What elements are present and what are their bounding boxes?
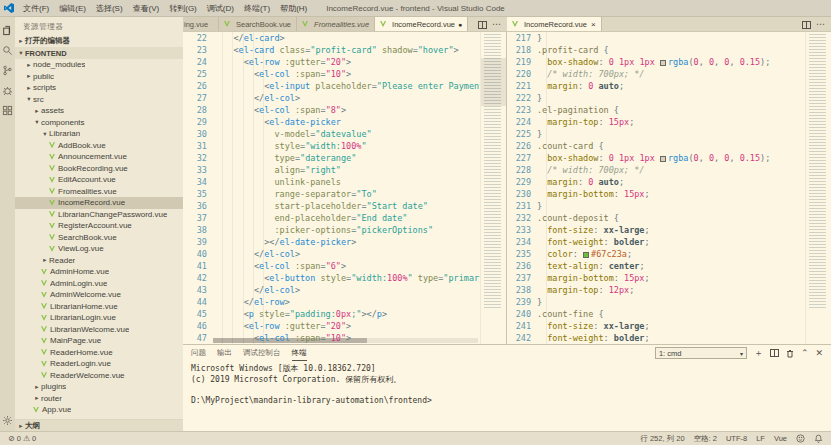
menu-帮助(H)[interactable]: 帮助(H): [275, 2, 312, 15]
split-editor-icon[interactable]: [802, 15, 811, 33]
menu-调试(D)[interactable]: 调试(D): [202, 2, 239, 15]
minimap-slider[interactable]: [481, 58, 506, 106]
tree-file-LibrarianWelcome.vue[interactable]: LibrarianWelcome.vue: [15, 324, 183, 336]
panel-tab-问题[interactable]: 问题: [191, 346, 206, 361]
tree-folder-node_modules[interactable]: ▸node_modules: [15, 59, 183, 71]
menu-转到(G)[interactable]: 转到(G): [164, 2, 202, 15]
tree-file-ViewLog.vue[interactable]: ViewLog.vue: [15, 243, 183, 255]
maximize-panel-icon[interactable]: ⌃: [801, 349, 809, 358]
tree-file-LibrarianLogin.vue[interactable]: LibrarianLogin.vue: [15, 312, 183, 324]
menu-文件(F)[interactable]: 文件(F): [18, 2, 54, 15]
tree-file-SearchBook.vue[interactable]: SearchBook.vue: [15, 232, 183, 244]
title-bar: 文件(F)编辑(E)选择(S)查看(V)转到(G)调试(D)终端(T)帮助(H)…: [0, 0, 831, 17]
tree-file-LibrarianHome.vue[interactable]: LibrarianHome.vue: [15, 301, 183, 313]
panel-tab-输出[interactable]: 输出: [217, 346, 232, 361]
vue-icon: [41, 303, 47, 309]
search-icon[interactable]: [2, 42, 13, 53]
chevron-right-icon: ▸: [25, 84, 33, 92]
tree-file-AdminLogin.vue[interactable]: AdminLogin.vue: [15, 278, 183, 290]
tree-file-AdminWelcome.vue[interactable]: AdminWelcome.vue: [15, 289, 183, 301]
vue-icon: [49, 154, 55, 160]
tree-file-IncomeRecord.vue[interactable]: IncomeRecord.vue: [15, 197, 183, 209]
encoding-status[interactable]: UTF-8: [726, 434, 747, 443]
explorer-sidebar: 资源管理器 ▸ 打开的编辑器 ▾ FRONTEND ▸node_modules▸…: [15, 17, 183, 431]
extensions-icon[interactable]: [2, 102, 13, 113]
code-right[interactable]: }.profit-card { box-shadow: 0 1px 1px rg…: [537, 32, 805, 344]
tree-folder-plugins[interactable]: ▸plugins: [15, 381, 183, 393]
tree-folder-Reader[interactable]: ▸Reader: [15, 255, 183, 267]
tree-file-RegisterAccount.vue[interactable]: RegisterAccount.vue: [15, 220, 183, 232]
tree-file-ReaderWelcome.vue[interactable]: ReaderWelcome.vue: [15, 370, 183, 382]
problems-status[interactable]: ⊘0 ⚠0: [8, 434, 36, 443]
split-editor-icon[interactable]: [478, 15, 487, 33]
section-outline[interactable]: ▸ 大纲: [15, 419, 183, 431]
panel-tab-终端[interactable]: 终端: [292, 346, 307, 361]
vue-icon: [49, 188, 55, 194]
status-bar: ⊘0 ⚠0 行 252, 列 20 空格: 2 UTF-8 LF Vue: [0, 431, 831, 445]
tree-file-AddBook.vue[interactable]: AddBook.vue: [15, 140, 183, 152]
editor-group-right[interactable]: 2172182192202212222232242252262272282292…: [507, 32, 831, 344]
debug-icon[interactable]: [2, 82, 13, 93]
minimap-right[interactable]: [805, 32, 831, 344]
menu-选择(S)[interactable]: 选择(S): [91, 2, 128, 15]
menu-查看(V)[interactable]: 查看(V): [128, 2, 165, 15]
cursor-position[interactable]: 行 252, 列 20: [640, 434, 684, 444]
editor-group-left[interactable]: 2223242526272829303132333435363738394041…: [183, 32, 507, 344]
explorer-icon[interactable]: [2, 22, 13, 33]
notifications-bell-icon[interactable]: [814, 434, 823, 443]
kill-terminal-icon[interactable]: [786, 349, 794, 358]
indentation-status[interactable]: 空格: 2: [694, 434, 717, 444]
section-open-editors[interactable]: ▸ 打开的编辑器: [15, 35, 183, 47]
tree-file-App.vue[interactable]: App.vue: [15, 404, 183, 416]
panel-tab-调试控制台[interactable]: 调试控制台: [243, 346, 281, 361]
terminal-selector[interactable]: 1: cmd ▾: [655, 347, 747, 359]
tree-folder-src[interactable]: ▾src: [15, 94, 183, 106]
new-terminal-icon[interactable]: ＋: [754, 349, 763, 358]
chevron-down-icon: ▾: [33, 118, 41, 126]
tree-file-ReaderHome.vue[interactable]: ReaderHome.vue: [15, 347, 183, 359]
chevron-right-icon: ▸: [17, 422, 25, 430]
tree-folder-router[interactable]: ▸router: [15, 393, 183, 405]
more-actions-icon[interactable]: ⋯: [816, 19, 826, 29]
menu-bar: 文件(F)编辑(E)选择(S)查看(V)转到(G)调试(D)终端(T)帮助(H): [18, 2, 312, 15]
gear-icon[interactable]: [2, 412, 13, 423]
minimap-left[interactable]: [480, 32, 506, 344]
source-control-icon[interactable]: [2, 62, 13, 73]
language-mode[interactable]: Vue: [774, 434, 787, 443]
tree-folder-scripts[interactable]: ▸scripts: [15, 82, 183, 94]
warning-icon: ⚠: [23, 434, 30, 443]
tree-file-EditAccount.vue[interactable]: EditAccount.vue: [15, 174, 183, 186]
vue-icon: [41, 338, 47, 344]
tree-folder-Librarian[interactable]: ▾Librarian: [15, 128, 183, 140]
chevron-down-icon: ▾: [41, 130, 49, 138]
close-icon[interactable]: ×: [590, 20, 596, 29]
tree-folder-components[interactable]: ▾components: [15, 117, 183, 129]
tab-ing.vue[interactable]: ing.vue: [183, 17, 219, 31]
tabs-right: IncomeRecord.vue×: [507, 17, 602, 31]
tree-file-MainPage.vue[interactable]: MainPage.vue: [15, 335, 183, 347]
tab-Fromealities.vue[interactable]: Fromealities.vue: [297, 17, 375, 31]
split-terminal-icon[interactable]: [770, 349, 779, 357]
tree-folder-public[interactable]: ▸public: [15, 71, 183, 83]
section-root-folder[interactable]: ▾ FRONTEND: [15, 47, 183, 59]
vue-icon: [512, 21, 518, 27]
tab-IncomeRecord.vue[interactable]: IncomeRecord.vue●: [375, 17, 468, 31]
tab-SearchBook.vue[interactable]: SearchBook.vue: [219, 17, 297, 31]
close-panel-icon[interactable]: ✕: [815, 349, 823, 358]
eol-status[interactable]: LF: [756, 434, 765, 443]
menu-编辑(E)[interactable]: 编辑(E): [54, 2, 91, 15]
code-left[interactable]: </el-card> <el-card class="profit-card" …: [213, 32, 480, 344]
tree-file-AdminHome.vue[interactable]: AdminHome.vue: [15, 266, 183, 278]
tree-file-ReaderLogin.vue[interactable]: ReaderLogin.vue: [15, 358, 183, 370]
tree-file-BookRecording.vue[interactable]: BookRecording.vue: [15, 163, 183, 175]
feedback-icon[interactable]: [796, 434, 805, 443]
menu-终端(T)[interactable]: 终端(T): [239, 2, 275, 15]
tree-file-Fromealities.vue[interactable]: Fromealities.vue: [15, 186, 183, 198]
vue-icon: [49, 200, 55, 206]
tree-file-LibrarianChangePassword.vue[interactable]: LibrarianChangePassword.vue: [15, 209, 183, 221]
terminal-output[interactable]: Microsoft Windows [版本 10.0.18362.720](c)…: [183, 361, 831, 431]
tree-file-Announcement.vue[interactable]: Announcement.vue: [15, 151, 183, 163]
tab-IncomeRecord.vue[interactable]: IncomeRecord.vue×: [507, 17, 602, 31]
more-actions-icon[interactable]: ⋯: [492, 19, 502, 29]
tree-folder-assets[interactable]: ▸assets: [15, 105, 183, 117]
